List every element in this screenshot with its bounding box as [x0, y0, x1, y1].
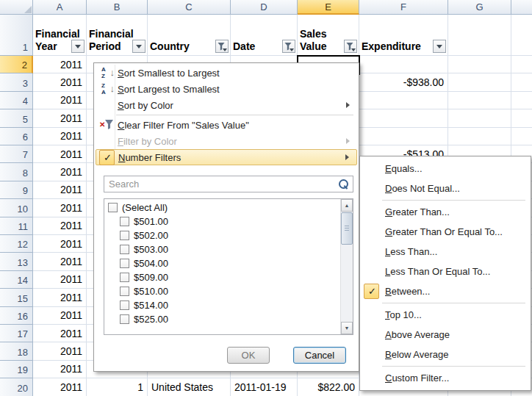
- cell-A3[interactable]: 2011: [33, 73, 87, 91]
- filter-value-item[interactable]: $514.00: [104, 298, 340, 312]
- filter-value-item[interactable]: $504.00: [104, 256, 340, 270]
- row-header-18[interactable]: 18: [0, 342, 33, 360]
- number-filter-option[interactable]: Greater Than...: [360, 202, 531, 222]
- column-header-A[interactable]: A: [33, 0, 87, 15]
- row-header-3[interactable]: 3: [0, 73, 33, 91]
- cell-A4[interactable]: 2011: [33, 92, 87, 109]
- select-all-corner[interactable]: [0, 0, 33, 15]
- number-filter-option[interactable]: Less Than...: [360, 242, 531, 262]
- row-header-14[interactable]: 14: [0, 271, 33, 289]
- cell-H2[interactable]: [511, 56, 532, 73]
- cell-A9[interactable]: 2011: [33, 181, 87, 199]
- cell-H3[interactable]: [511, 73, 532, 91]
- scroll-down-icon[interactable]: ▼: [341, 322, 353, 334]
- cell-A2[interactable]: 2011: [33, 56, 87, 73]
- checkbox-icon[interactable]: [120, 245, 129, 254]
- cell-F2[interactable]: [359, 56, 448, 73]
- cell-G2[interactable]: [448, 56, 511, 73]
- cell-A15[interactable]: 2011: [33, 289, 87, 306]
- column-header-E[interactable]: E: [298, 0, 359, 15]
- number-filter-option[interactable]: Equals...: [360, 159, 531, 179]
- cell-A6[interactable]: 2011: [33, 128, 87, 145]
- cell-A8[interactable]: 2011: [33, 163, 87, 181]
- cell-A17[interactable]: 2011: [33, 325, 87, 342]
- column-header-B[interactable]: B: [87, 0, 148, 15]
- row-header-17[interactable]: 17: [0, 325, 33, 342]
- number-filter-option[interactable]: Top 10...: [360, 305, 531, 325]
- cancel-button[interactable]: Cancel: [293, 347, 346, 364]
- column-header-H[interactable]: [511, 0, 532, 15]
- cell-H6[interactable]: [511, 128, 532, 145]
- search-input[interactable]: [104, 176, 353, 192]
- row-header-6[interactable]: 6: [0, 128, 33, 145]
- header-cell-E1[interactable]: Sales Value: [298, 15, 359, 56]
- header-cell-A1[interactable]: Financial Year: [33, 15, 87, 56]
- column-header-C[interactable]: C: [148, 0, 231, 15]
- cell-D20[interactable]: 2011-01-19: [231, 378, 298, 396]
- cell-G4[interactable]: [448, 92, 511, 109]
- number-filter-option[interactable]: Between...: [360, 281, 531, 301]
- checkbox-icon[interactable]: [120, 231, 129, 240]
- checkbox-icon[interactable]: [120, 287, 129, 296]
- filter-value-item[interactable]: (Select All): [104, 201, 340, 215]
- number-filter-option[interactable]: Below Average: [360, 345, 531, 364]
- row-header-20[interactable]: 20: [0, 378, 33, 396]
- filter-value-item[interactable]: $503.00: [104, 242, 340, 256]
- row-header-13[interactable]: 13: [0, 253, 33, 270]
- cell-A14[interactable]: 2011: [33, 271, 87, 289]
- filter-value-item[interactable]: $510.00: [104, 284, 340, 298]
- number-filter-option[interactable]: Less Than Or Equal To...: [360, 262, 531, 281]
- checkbox-icon[interactable]: [120, 259, 129, 268]
- header-cell-F1[interactable]: Expenditure: [359, 15, 448, 56]
- header-cell-D1[interactable]: Date: [231, 15, 298, 56]
- header-cell-B1[interactable]: Financial Period: [87, 15, 148, 56]
- cell-A12[interactable]: 2011: [33, 235, 87, 253]
- checkbox-icon[interactable]: [120, 273, 129, 282]
- cell-A10[interactable]: 2011: [33, 199, 87, 217]
- row-header-12[interactable]: 12: [0, 235, 33, 253]
- menu-item-sort-largest-to-smallest[interactable]: ZA↓ Sort Largest to Smallest: [96, 81, 357, 97]
- filter-button-e[interactable]: [344, 40, 357, 53]
- cell-A18[interactable]: 2011: [33, 342, 87, 360]
- column-header-G[interactable]: G: [448, 0, 511, 15]
- filter-button-c[interactable]: [215, 40, 229, 53]
- cell-E20[interactable]: $822.00: [298, 378, 359, 396]
- row-header-4[interactable]: 4: [0, 92, 33, 109]
- filter-button-f[interactable]: [433, 40, 446, 53]
- scrollbar[interactable]: ▲ ▼: [340, 199, 353, 334]
- number-filter-option[interactable]: Does Not Equal...: [360, 179, 531, 198]
- cell-H5[interactable]: [511, 109, 532, 127]
- row-header-2[interactable]: 2: [0, 56, 33, 73]
- filter-value-item[interactable]: $502.00: [104, 228, 340, 242]
- cell-G5[interactable]: [448, 109, 511, 127]
- cell-A19[interactable]: 2011: [33, 361, 87, 378]
- row-header-15[interactable]: 15: [0, 289, 33, 306]
- number-filter-option[interactable]: Custom Filter...: [360, 368, 531, 388]
- cell-F4[interactable]: [359, 92, 448, 109]
- cell-G3[interactable]: [448, 73, 511, 91]
- filter-button-b[interactable]: [132, 40, 145, 53]
- cell-H4[interactable]: [511, 92, 532, 109]
- column-header-F[interactable]: F: [359, 0, 448, 15]
- cell-A5[interactable]: 2011: [33, 109, 87, 127]
- cell-G6[interactable]: [448, 128, 511, 145]
- menu-item-clear-filter[interactable]: ✕ Clear Filter From "Sales Value": [96, 117, 357, 133]
- column-header-D[interactable]: D: [231, 0, 298, 15]
- search-icon[interactable]: [339, 179, 348, 189]
- filter-value-item[interactable]: $501.00: [104, 215, 340, 228]
- cell-A11[interactable]: 2011: [33, 217, 87, 235]
- row-header-7[interactable]: 7: [0, 145, 33, 163]
- cell-B20[interactable]: 1: [87, 378, 148, 396]
- filter-value-item[interactable]: $525.00: [104, 312, 340, 326]
- menu-item-number-filters[interactable]: Number Filters: [96, 149, 357, 165]
- ok-button[interactable]: OK: [227, 347, 270, 364]
- cell-A7[interactable]: 2011: [33, 145, 87, 163]
- row-header-5[interactable]: 5: [0, 109, 33, 127]
- cell-A13[interactable]: 2011: [33, 253, 87, 270]
- row-header-10[interactable]: 10: [0, 199, 33, 217]
- header-cell-G1[interactable]: [448, 15, 511, 56]
- row-header-11[interactable]: 11: [0, 217, 33, 235]
- cell-A16[interactable]: 2011: [33, 307, 87, 325]
- filter-value-item[interactable]: $509.00: [104, 270, 340, 284]
- checkbox-icon[interactable]: [108, 203, 118, 212]
